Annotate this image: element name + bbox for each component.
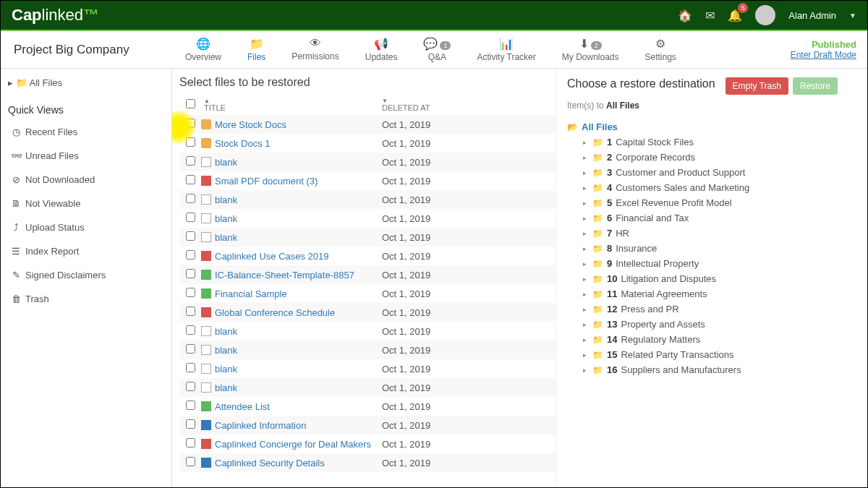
row-checkbox[interactable] bbox=[179, 231, 201, 243]
row-checkbox[interactable] bbox=[179, 344, 201, 356]
file-link[interactable]: Caplinked Use Cases 2019 bbox=[201, 251, 382, 262]
sidebar-item-not-downloaded[interactable]: ⊘Not Downloaded bbox=[8, 168, 164, 192]
sidebar-item-trash[interactable]: 🗑Trash bbox=[8, 287, 164, 311]
file-link[interactable]: IC-Balance-Sheet-Template-8857 bbox=[201, 270, 382, 281]
chevron-down-icon[interactable]: ▼ bbox=[849, 12, 856, 20]
tree-root[interactable]: 📂All Files bbox=[567, 119, 838, 134]
row-checkbox[interactable] bbox=[179, 288, 201, 299]
tree-item-12[interactable]: ▸📁 12 Press and PR bbox=[567, 301, 838, 317]
file-link[interactable]: blank bbox=[201, 213, 382, 224]
avatar[interactable] bbox=[755, 5, 775, 25]
tree-item-16[interactable]: ▸📁 16 Suppliers and Manufacturers bbox=[567, 362, 838, 377]
nav-tab-settings[interactable]: ⚙Settings bbox=[632, 33, 689, 67]
enter-draft-link[interactable]: Enter Draft Mode bbox=[791, 50, 856, 60]
col-title[interactable]: ▲TITLE bbox=[201, 99, 382, 112]
nav-tab-files[interactable]: 📁Files bbox=[234, 33, 278, 67]
nav-tab-overview[interactable]: 🌐Overview bbox=[172, 33, 234, 67]
tree-item-15[interactable]: ▸📁 15 Related Party Transactions bbox=[567, 347, 838, 362]
sidebar-allfiles[interactable]: ▸ 📁 All Files bbox=[8, 74, 164, 95]
nav-tab-my-downloads[interactable]: ⬇2My Downloads bbox=[549, 33, 632, 67]
row-checkbox[interactable] bbox=[179, 156, 201, 168]
file-link[interactable]: blank bbox=[201, 194, 382, 205]
file-link[interactable]: blank bbox=[201, 326, 382, 337]
tree-item-8[interactable]: ▸📁 8 Insurance bbox=[567, 241, 838, 256]
file-link[interactable]: blank bbox=[201, 364, 382, 374]
sidebar-item-not-viewable[interactable]: 🗎Not Viewable bbox=[8, 192, 164, 215]
file-link[interactable]: Financial Sample bbox=[201, 288, 382, 299]
row-checkbox[interactable] bbox=[179, 194, 201, 205]
col-deleted[interactable]: ▼DELETED AT bbox=[382, 99, 556, 112]
tree-item-14[interactable]: ▸📁 14 Regulatory Matters bbox=[567, 332, 838, 347]
sidebar-item-recent-files[interactable]: ◷Recent Files bbox=[8, 120, 164, 144]
table-row: blankOct 1, 2019 bbox=[179, 359, 556, 378]
caret-right-icon: ▸ bbox=[583, 291, 589, 298]
nav-tab-updates[interactable]: 📢Updates bbox=[352, 33, 411, 67]
row-checkbox[interactable] bbox=[179, 213, 201, 224]
home-icon[interactable]: 🏠 bbox=[678, 9, 692, 22]
file-link[interactable]: Global Conference Schedule bbox=[201, 307, 382, 318]
file-link[interactable]: More Stock Docs bbox=[201, 119, 382, 130]
row-checkbox[interactable] bbox=[179, 363, 201, 374]
row-checkbox[interactable] bbox=[179, 307, 201, 318]
tree-item-3[interactable]: ▸📁 3 Customer and Product Support bbox=[567, 165, 838, 180]
row-checkbox[interactable] bbox=[179, 382, 201, 393]
tree-item-6[interactable]: ▸📁 6 Financial and Tax bbox=[567, 210, 838, 226]
row-checkbox[interactable] bbox=[179, 175, 201, 187]
row-checkbox[interactable] bbox=[179, 401, 201, 412]
file-link[interactable]: Stock Docs 1 bbox=[201, 138, 382, 149]
tree-item-4[interactable]: ▸📁 4 Customers Sales and Marketing bbox=[567, 180, 838, 195]
deleted-date: Oct 1, 2019 bbox=[382, 420, 556, 431]
tree-item-9[interactable]: ▸📁 9 Intellectual Property bbox=[567, 256, 838, 271]
sidebar-item-signed-disclaimers[interactable]: ✎Signed Disclaimers bbox=[8, 263, 164, 287]
qv-icon: ✎ bbox=[11, 270, 21, 281]
sidebar-item-index-report[interactable]: ☰Index Report bbox=[8, 239, 164, 263]
file-link[interactable]: blank bbox=[201, 345, 382, 356]
empty-trash-button[interactable]: Empty Trash bbox=[726, 77, 788, 95]
row-checkbox[interactable] bbox=[179, 250, 201, 262]
row-checkbox[interactable] bbox=[179, 438, 201, 450]
file-link[interactable]: blank bbox=[201, 232, 382, 243]
tree-item-13[interactable]: ▸📁 13 Property and Assets bbox=[567, 317, 838, 332]
nav-tabs: 🌐Overview📁Files👁Permissions📢Updates💬1Q&A… bbox=[172, 33, 791, 67]
row-checkbox[interactable] bbox=[179, 119, 201, 130]
folder-icon: 📁 bbox=[592, 304, 603, 314]
topbar: Caplinked™ 🏠 ✉ 🔔5 Alan Admin ▼ bbox=[1, 1, 867, 31]
user-name[interactable]: Alan Admin bbox=[788, 10, 836, 21]
docx-icon bbox=[201, 420, 211, 430]
select-all-checkbox[interactable] bbox=[179, 99, 201, 112]
file-link[interactable]: Small PDF document (3) bbox=[201, 176, 382, 187]
right-panel: Choose a restore destination Empty Trash… bbox=[556, 69, 848, 487]
restore-button[interactable]: Restore bbox=[793, 77, 838, 95]
pdf-icon bbox=[201, 307, 211, 317]
tree-item-7[interactable]: ▸📁 7 HR bbox=[567, 226, 838, 241]
sidebar-item-upload-status[interactable]: ⤴Upload Status bbox=[8, 215, 164, 239]
table-row: blankOct 1, 2019 bbox=[179, 190, 556, 209]
tree-item-10[interactable]: ▸📁 10 Litigation and Disputes bbox=[567, 271, 838, 286]
row-checkbox[interactable] bbox=[179, 137, 201, 149]
xls-icon bbox=[201, 401, 211, 411]
row-checkbox[interactable] bbox=[179, 325, 201, 337]
tree-item-11[interactable]: ▸📁 11 Material Agreements bbox=[567, 286, 838, 301]
sidebar-item-unread-files[interactable]: 👓Unread Files bbox=[8, 144, 164, 168]
nav-tab-permissions[interactable]: 👁Permissions bbox=[278, 33, 352, 67]
file-link[interactable]: blank bbox=[201, 382, 382, 393]
file-link[interactable]: Caplinked Security Details bbox=[201, 458, 382, 468]
folder-icon: 📁 bbox=[592, 153, 603, 163]
row-checkbox[interactable] bbox=[179, 457, 201, 468]
caret-right-icon: ▸ bbox=[583, 367, 589, 374]
nav-tab-q&a[interactable]: 💬1Q&A bbox=[410, 33, 464, 67]
tree-item-2[interactable]: ▸📁 2 Corporate Records bbox=[567, 150, 838, 165]
nav-tab-activity-tracker[interactable]: 📊Activity Tracker bbox=[464, 33, 548, 67]
mail-icon[interactable]: ✉ bbox=[705, 9, 715, 22]
bell-icon[interactable]: 🔔5 bbox=[728, 9, 742, 22]
logo[interactable]: Caplinked™ bbox=[12, 6, 99, 25]
file-link[interactable]: Caplinked Concierge for Deal Makers bbox=[201, 439, 382, 450]
tree-item-5[interactable]: ▸📁 5 Excel Revenue Profit Model bbox=[567, 195, 838, 210]
file-link[interactable]: blank bbox=[201, 157, 382, 168]
table-row: Caplinked Use Cases 2019Oct 1, 2019 bbox=[179, 247, 556, 265]
file-link[interactable]: Caplinked Information bbox=[201, 420, 382, 431]
file-link[interactable]: Attendee List bbox=[201, 401, 382, 412]
tree-item-1[interactable]: ▸📁 1 Capital Stock Files bbox=[567, 134, 838, 150]
row-checkbox[interactable] bbox=[179, 419, 201, 431]
row-checkbox[interactable] bbox=[179, 269, 201, 281]
